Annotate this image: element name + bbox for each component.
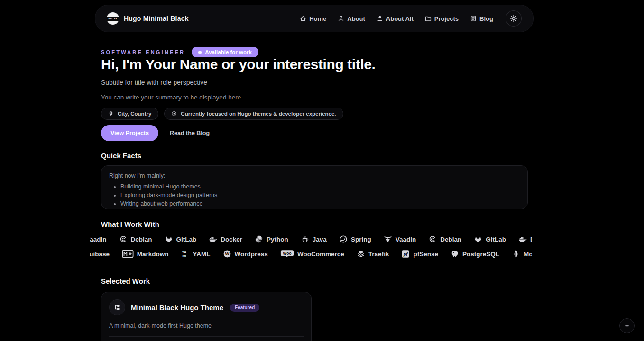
navbar: MNL BK Hugo Minimal Black Home About Abo…	[95, 5, 534, 32]
project-card: Minimal Black Hugo Theme Featured A mini…	[101, 292, 312, 341]
tech-docker: Docker	[209, 235, 242, 243]
nav-item-blog[interactable]: Blog	[470, 15, 493, 22]
meta-pill-city-country: City, Country	[101, 108, 158, 120]
tech-mongodb: MongoDB	[512, 250, 532, 258]
site-logo-text: MNL BK	[107, 17, 119, 21]
quick-facts-card: Right now I'm mainly: Building minimal H…	[101, 165, 528, 209]
nav-item-label: About	[347, 15, 365, 22]
tech-vaadin: Vaadin	[90, 235, 107, 243]
role-label: SOFTWARE ENGINEER	[101, 49, 185, 55]
quick-fact-item: Writing about web performance	[120, 200, 520, 207]
debian-icon	[119, 235, 128, 243]
svg-text:Woo: Woo	[283, 251, 291, 256]
tech-markdown: Markdown	[122, 250, 169, 258]
tech-item-label: Traefik	[368, 251, 389, 258]
tech-item-label: YAML	[193, 251, 211, 258]
vaadin-icon	[384, 235, 392, 243]
hero-summary: You can write your summary to be display…	[101, 94, 243, 101]
project-description: A minimal, dark-mode first Hugo theme	[109, 323, 304, 329]
tech-liquibase: Liquibase	[90, 250, 110, 258]
tech-python: Python	[255, 235, 288, 243]
availability-label: Available for work	[205, 49, 252, 55]
quick-facts-intro: Right now I'm mainly:	[109, 172, 520, 179]
debian-icon	[428, 235, 437, 243]
tech-item-label: Markdown	[137, 251, 169, 258]
tech-docker: Docker	[518, 235, 532, 243]
minimize-button[interactable]	[619, 318, 635, 333]
markdown-icon	[122, 250, 134, 258]
user-icon	[338, 15, 344, 22]
tech-item-label: Spring	[351, 236, 371, 243]
nav-item-home[interactable]: Home	[300, 15, 326, 22]
nav-item-projects[interactable]: Projects	[425, 15, 459, 22]
featured-badge: Featured	[230, 304, 259, 312]
project-card-header: Minimal Black Hugo Theme Featured	[109, 299, 304, 315]
user-filled-icon	[377, 15, 383, 22]
nav-item-label: About Alt	[386, 15, 414, 22]
minus-icon	[624, 323, 630, 329]
woocommerce-icon: Woo	[280, 250, 294, 258]
view-projects-button[interactable]: View Projects	[101, 125, 158, 141]
pin-icon	[108, 111, 114, 117]
hero-meta-row: City, Country Currently focused on Hugo …	[101, 108, 343, 120]
tech-item-label: Docker	[530, 236, 532, 243]
nav-item-label: Home	[309, 15, 326, 22]
brand-link[interactable]: MNL BK Hugo Minimal Black	[107, 12, 189, 25]
java-icon	[301, 235, 309, 243]
theme-toggle-button[interactable]	[506, 10, 522, 27]
hero-subtitle: Subtitle for title with role perspective	[101, 79, 207, 86]
wordpress-icon: W	[223, 250, 231, 258]
hero-eyebrow-row: SOFTWARE ENGINEER Available for work	[101, 47, 258, 57]
python-icon	[255, 235, 263, 243]
tech-item-label: Wordpress	[235, 251, 268, 258]
svg-text:ML: ML	[182, 254, 187, 258]
project-avatar	[109, 299, 125, 315]
tech-item-label: PostgreSQL	[462, 251, 499, 258]
tech-postgresql: PostgreSQL	[451, 250, 499, 258]
folder-icon	[425, 15, 432, 22]
svg-text:pf: pf	[403, 252, 408, 257]
quick-fact-item: Building minimal Hugo themes	[120, 183, 520, 190]
spring-icon	[339, 235, 348, 243]
tech-yaml: YAML YAML	[181, 250, 211, 258]
tech-item-label: WooCommerce	[297, 251, 344, 258]
sun-icon	[510, 15, 517, 22]
tech-debian: Debian	[119, 235, 152, 243]
file-icon	[470, 15, 477, 22]
tech-item-label: GitLab	[176, 236, 197, 243]
tech-item-label: Docker	[221, 236, 242, 243]
svg-text:W: W	[225, 251, 229, 256]
yaml-icon: YAML	[181, 250, 190, 258]
tech-spring: Spring	[339, 235, 371, 243]
availability-badge: Available for work	[192, 47, 258, 57]
project-divider	[109, 336, 304, 337]
meta-pill-label: Currently focused on Hugo themes & devel…	[181, 111, 336, 117]
quick-facts-heading: Quick Facts	[101, 152, 141, 160]
site-title: Hugo Minimal Black	[124, 15, 189, 22]
tech-item-label: MongoDB	[524, 251, 532, 258]
project-title: Minimal Black Hugo Theme	[131, 304, 223, 312]
tech-item-label: Liquibase	[90, 251, 110, 258]
gitlab-icon	[165, 235, 173, 243]
tech-item-label: Vaadin	[396, 236, 416, 243]
page-title: Hi, I'm Your Name or your interesting ti…	[101, 56, 376, 72]
read-blog-link[interactable]: Read the Blog	[170, 130, 210, 136]
nav-item-label: Projects	[434, 15, 459, 22]
selected-work-heading: Selected Work	[101, 277, 150, 285]
tech-debian: Debian	[428, 235, 461, 243]
tech-item-label: Python	[267, 236, 288, 243]
tech-vaadin: Vaadin	[384, 235, 416, 243]
nav-item-about[interactable]: About	[338, 15, 365, 22]
site-logo: MNL BK	[107, 12, 119, 25]
tech-marquee-row-1: Vaadin Debian GitLab Docker Python Java …	[90, 233, 532, 246]
tech-wordpress: W Wordpress	[223, 250, 268, 258]
tech-item-label: Vaadin	[90, 236, 107, 243]
tech-java: Java	[301, 235, 327, 243]
nav-item-label: Blog	[479, 15, 493, 22]
quick-facts-list: Building minimal Hugo themesExploring da…	[109, 183, 520, 207]
gitlab-icon	[474, 235, 482, 243]
tech-item-label: GitLab	[486, 236, 506, 243]
tech-gitlab: GitLab	[474, 235, 506, 243]
meta-pill-currently-focused-on-hugo-themes-developer-experience-: Currently focused on Hugo themes & devel…	[164, 108, 343, 120]
nav-item-about-alt[interactable]: About Alt	[377, 15, 414, 22]
